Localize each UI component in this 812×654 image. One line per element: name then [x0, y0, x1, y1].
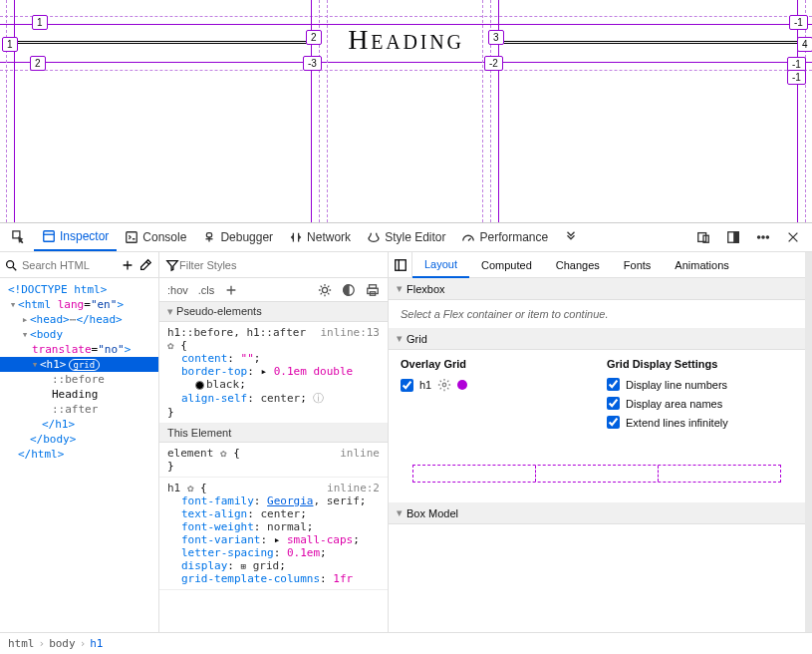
add-rule-button[interactable]	[224, 283, 238, 297]
overlay-grid-item[interactable]: h1	[419, 379, 431, 391]
filter-icon	[165, 258, 179, 272]
grid-line-badge: -1	[787, 70, 806, 85]
grid-color-swatch[interactable]	[457, 380, 467, 390]
tab-style-editor[interactable]: Style Editor	[359, 223, 453, 251]
page-heading: Heading	[348, 24, 463, 56]
display-line-numbers-checkbox[interactable]	[607, 378, 620, 391]
display-area-names-checkbox[interactable]	[607, 397, 620, 410]
rules-pane: :hov .cls ▾ Pseudo-elements h1::before, …	[159, 252, 389, 632]
grid-accordion[interactable]: ▾Grid	[389, 328, 805, 350]
cls-toggle[interactable]: .cls	[198, 284, 215, 296]
layout-tab-changes[interactable]: Changes	[544, 252, 612, 278]
layout-tab-animations[interactable]: Animations	[663, 252, 740, 278]
svg-point-16	[322, 287, 327, 292]
svg-rect-10	[734, 232, 738, 243]
svg-rect-1	[44, 231, 55, 242]
svg-point-13	[766, 236, 768, 238]
layout-tab-layout[interactable]: Layout	[412, 252, 469, 278]
print-media-button[interactable]	[366, 283, 380, 297]
svg-rect-7	[698, 233, 706, 242]
grid-settings-title: Grid Display Settings	[607, 358, 793, 370]
breadcrumb-item[interactable]: h1	[90, 637, 103, 650]
grid-line-badge: -2	[484, 56, 503, 71]
gear-icon[interactable]	[437, 378, 451, 392]
svg-point-14	[7, 260, 14, 267]
svg-point-11	[757, 236, 759, 238]
rules-list[interactable]: ▾ Pseudo-elements h1::before, h1::afteri…	[159, 302, 388, 632]
filter-styles-input[interactable]	[179, 259, 382, 271]
tab-console[interactable]: Console	[117, 223, 194, 251]
dark-scheme-button[interactable]	[342, 283, 356, 297]
svg-point-23	[443, 383, 447, 387]
pick-element-button[interactable]	[4, 223, 34, 251]
grid-line-badge: 4	[797, 37, 812, 52]
add-node-button[interactable]	[121, 258, 135, 272]
page-viewport: Heading 1 2 3 4 -1 2 -3 -2 -1 1 -1	[0, 0, 812, 222]
overlay-grid-title: Overlay Grid	[401, 358, 587, 370]
search-icon	[4, 258, 18, 272]
grid-line-badge: 1	[32, 15, 48, 30]
close-devtools-button[interactable]	[778, 223, 808, 251]
grid-line-badge: 2	[306, 30, 322, 45]
box-model-accordion[interactable]: ▾Box Model	[389, 502, 805, 524]
grid-line-badge: 2	[30, 56, 46, 71]
chevron-right-icon: ›	[39, 637, 46, 650]
tab-performance[interactable]: Performance	[453, 223, 556, 251]
svg-rect-19	[368, 288, 379, 293]
sidebar-toggle-button[interactable]	[389, 252, 412, 278]
grid-line-badge: -1	[789, 15, 808, 30]
devtools-toolbox: Inspector Console Debugger Network Style…	[0, 222, 812, 654]
tab-inspector[interactable]: Inspector	[34, 223, 117, 251]
overlay-grid-checkbox[interactable]	[401, 379, 413, 392]
markup-pane: <!DOCTYPE html> ▾<html lang="en"> ▸<head…	[0, 252, 159, 632]
search-html-input[interactable]	[22, 259, 117, 271]
svg-rect-21	[395, 259, 406, 270]
svg-line-15	[13, 266, 17, 270]
layout-tab-fonts[interactable]: Fonts	[612, 252, 664, 278]
flexbox-hint: Select a Flex container or item to conti…	[389, 300, 805, 328]
grid-outline-preview	[412, 465, 781, 483]
extend-lines-checkbox[interactable]	[607, 416, 620, 429]
grid-line-badge: 3	[488, 30, 504, 45]
chevron-right-icon: ›	[80, 637, 87, 650]
layout-pane: Layout Computed Changes Fonts Animations…	[389, 252, 805, 632]
grid-line-badge: 1	[2, 37, 18, 52]
meatball-menu-button[interactable]	[748, 223, 778, 251]
breadcrumb-item[interactable]: body	[49, 637, 76, 650]
flexbox-accordion[interactable]: ▾Flexbox	[389, 278, 805, 300]
devtools-tabbar: Inspector Console Debugger Network Style…	[0, 223, 812, 252]
svg-point-12	[762, 236, 764, 238]
grid-line-badge: -3	[303, 56, 322, 71]
responsive-mode-button[interactable]	[688, 223, 718, 251]
light-scheme-button[interactable]	[318, 283, 332, 297]
hov-toggle[interactable]: :hov	[167, 284, 188, 296]
breadcrumbs: html › body › h1	[0, 632, 812, 654]
layout-tab-computed[interactable]: Computed	[469, 252, 544, 278]
scrollbar[interactable]	[805, 252, 812, 632]
svg-rect-4	[207, 233, 212, 237]
breadcrumb-item[interactable]: html	[8, 637, 35, 650]
selected-node[interactable]: ▾<h1>grid	[0, 357, 158, 372]
dock-button[interactable]	[718, 223, 748, 251]
tab-debugger[interactable]: Debugger	[194, 223, 281, 251]
tabs-overflow-button[interactable]	[556, 223, 586, 251]
eyedropper-button[interactable]	[138, 258, 154, 272]
dom-tree[interactable]: <!DOCTYPE html> ▾<html lang="en"> ▸<head…	[0, 278, 158, 632]
tab-network[interactable]: Network	[281, 223, 359, 251]
